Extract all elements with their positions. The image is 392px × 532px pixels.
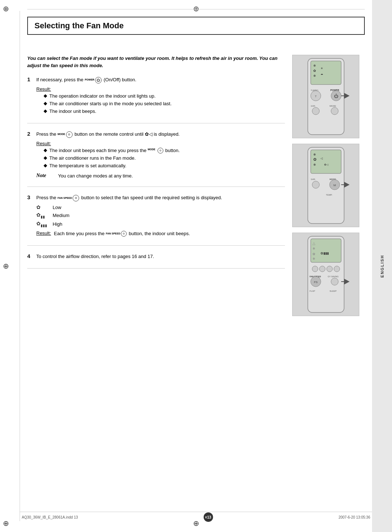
result-item-1-3: ◆ The indoor unit beeps. — [36, 108, 285, 115]
svg-text:SLEEP: SLEEP — [330, 290, 336, 292]
top-rule — [27, 9, 365, 9]
intro-text: You can select the Fan mode if you want … — [27, 55, 285, 69]
svg-marker-52 — [344, 279, 350, 285]
svg-text:✿: ✿ — [313, 252, 315, 256]
step-3: 3 Press the FAN SPEED ⊙ button to select… — [27, 194, 285, 245]
remote-svg-3: △ ❄ ✿ ❄ ✿▮▮▮ FAN SPEED — [301, 234, 351, 314]
svg-text:✿◁: ✿◁ — [324, 163, 328, 166]
sidebar-label: ENGLISH — [380, 255, 384, 278]
step-2: 2 Press the MODE ⊙ button on the remote … — [27, 131, 285, 187]
step-1-text: If necessary, press the POWER ⏻ (On/Off)… — [36, 76, 285, 83]
step-4: 4 To control the airflow direction, refe… — [27, 253, 285, 269]
svg-point-27 — [312, 181, 319, 188]
svg-text:☁: ☁ — [320, 73, 323, 75]
fan-speed-medium: ✿▮▮ Medium — [36, 212, 285, 219]
svg-text:FS: FS — [314, 281, 317, 284]
svg-text:✿: ✿ — [313, 157, 317, 161]
step-3-header: 3 Press the FAN SPEED ⊙ button to select… — [27, 194, 285, 201]
svg-text:1HR.: 1HR. — [311, 105, 316, 107]
step-2-note: Note You can change modes at any time. — [36, 173, 285, 179]
step-4-header: 4 To control the airflow direction, refe… — [27, 253, 285, 260]
mode-inline-icon: ⊙ — [158, 148, 163, 154]
step-3-text: Press the FAN SPEED ⊙ button to select t… — [36, 194, 285, 201]
svg-point-43 — [327, 266, 332, 272]
fanspeed-button-icon: ⊙ — [73, 195, 79, 201]
svg-text:TEMP.: TEMP. — [326, 194, 332, 196]
step-1-result: Result: ◆ The operation indicator on the… — [36, 86, 285, 115]
step-2-header: 2 Press the MODE ⊙ button on the remote … — [27, 131, 285, 138]
fan-high-icon: ✿▮▮▮ — [36, 221, 53, 228]
svg-text:❄: ❄ — [313, 257, 315, 261]
step-2-result: Result: ◆ The indoor unit beeps each tim… — [36, 141, 285, 169]
footer-right: 2007-6-20 13:05:36 — [339, 515, 370, 519]
svg-text:M: M — [333, 184, 336, 187]
remote-image-1: ❄ ✿ ❄ ☀ ☁ TURBO POWER T ⏻ — [292, 55, 359, 138]
svg-point-41 — [312, 266, 318, 272]
main-content: Selecting the Fan Mode You can select th… — [20, 0, 372, 532]
step-3-number: 3 — [27, 194, 36, 200]
svg-text:GY SAVING: GY SAVING — [328, 275, 339, 278]
svg-text:❄: ❄ — [313, 247, 315, 250]
svg-text:FLAP: FLAP — [310, 290, 315, 292]
step-1: 1 If necessary, press the POWER ⏻ (On/Of… — [27, 76, 285, 123]
svg-point-42 — [319, 266, 325, 272]
mode-button-icon: ⊙ — [66, 131, 73, 138]
fan-low-icon: ✿ — [36, 204, 53, 210]
result-label-3: Result: — [36, 230, 51, 236]
svg-text:△: △ — [313, 241, 315, 245]
remote-svg-2: ❄ ✿ ❄ ◁ ✿◁ 1HR. MODE M — [301, 146, 351, 225]
svg-text:❄: ❄ — [313, 153, 316, 156]
bottom-rule — [20, 512, 372, 512]
left-column: You can select the Fan mode if you want … — [27, 55, 292, 523]
step-2-text: Press the MODE ⊙ button on the remote co… — [36, 131, 285, 138]
remote-image-3: △ ❄ ✿ ❄ ✿▮▮▮ FAN SPEED — [292, 233, 359, 316]
remote-image-2: ❄ ✿ ❄ ◁ ✿◁ 1HR. MODE M — [292, 144, 359, 227]
fan-low-label: Low — [53, 205, 61, 210]
svg-point-49 — [331, 278, 338, 285]
svg-text:T: T — [315, 95, 317, 98]
fan-speed-low: ✿ Low — [36, 204, 285, 210]
fan-speeds-list: ✿ Low ✿▮▮ Medium ✿▮▮▮ High — [36, 204, 285, 228]
page-number: E13 — [204, 512, 213, 522]
footer: AQ30_36W_IB_E_28061A.indd 13 E13 2007-6-… — [20, 512, 372, 522]
step-4-text: To control the airflow direction, refer … — [36, 253, 285, 260]
svg-text:❄: ❄ — [313, 64, 316, 67]
power-button-icon: ⏻ — [95, 77, 102, 83]
svg-text:❄: ❄ — [313, 74, 316, 78]
right-column: ❄ ✿ ❄ ☀ ☁ TURBO POWER T ⏻ — [292, 55, 365, 523]
result-label-1: Result: — [36, 86, 51, 92]
fan-speed-high: ✿▮▮▮ High — [36, 221, 285, 228]
svg-marker-17 — [344, 93, 350, 99]
page-title-box: Selecting the Fan Mode — [27, 17, 365, 35]
fan-medium-icon: ✿▮▮ — [36, 212, 53, 219]
step-2-number: 2 — [27, 131, 36, 137]
svg-text:☀: ☀ — [320, 67, 323, 70]
svg-text:✿▮▮▮: ✿▮▮▮ — [320, 251, 329, 255]
footer-left: AQ30_36W_IB_E_28061A.indd 13 — [22, 515, 78, 519]
right-sidebar: ENGLISH — [372, 0, 392, 532]
svg-point-44 — [334, 266, 340, 272]
svg-point-14 — [312, 107, 319, 115]
result-item-1-1: ◆ The operation indicator on the indoor … — [36, 93, 285, 99]
result-item-2-1: ◆ The indoor unit beeps each time you pr… — [36, 147, 285, 154]
svg-marker-32 — [344, 182, 350, 188]
svg-text:1HR.: 1HR. — [311, 178, 316, 180]
result-item-2-3: ◆ The temperature is set automatically. — [36, 163, 285, 169]
content-area: You can select the Fan mode if you want … — [27, 55, 365, 523]
result-item-2-2: ◆ The air conditioner runs in the Fan mo… — [36, 155, 285, 161]
svg-text:MODE: MODE — [330, 105, 336, 107]
page-title: Selecting the Fan Mode — [34, 21, 358, 30]
svg-text:✿: ✿ — [313, 69, 316, 73]
result-item-1-2: ◆ The air conditioner starts up in the m… — [36, 101, 285, 107]
svg-point-16 — [331, 107, 338, 115]
step-4-number: 4 — [27, 253, 36, 259]
fanspeed-inline-icon: ⊙ — [121, 231, 127, 237]
remote-svg-1: ❄ ✿ ❄ ☀ ☁ TURBO POWER T ⏻ — [301, 57, 351, 136]
result-label-2: Result: — [36, 141, 51, 146]
page: ⊕ ⊕ ⊕ ⊕ ⊕ ⊕ ⊕ ⊕ Selecting the Fan Mode Y… — [0, 0, 392, 532]
svg-text:◁: ◁ — [320, 157, 323, 160]
step-1-number: 1 — [27, 76, 36, 82]
left-margin — [0, 0, 20, 532]
svg-text:⏻: ⏻ — [334, 94, 338, 99]
step-1-header: 1 If necessary, press the POWER ⏻ (On/Of… — [27, 76, 285, 83]
